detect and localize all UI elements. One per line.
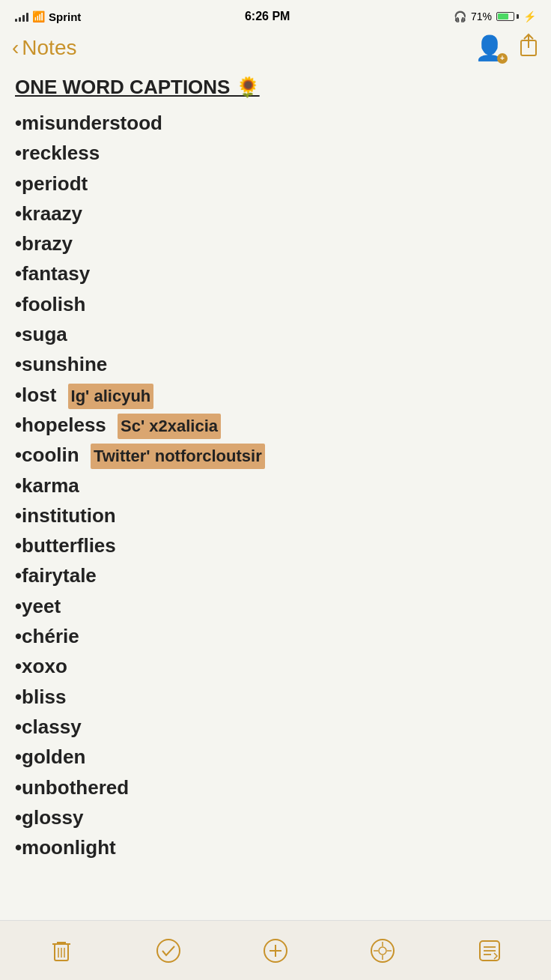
bolt-icon: ⚡ (523, 10, 536, 22)
list-item: •butterflies (15, 530, 536, 560)
list-item: •glossy (15, 802, 536, 832)
share-button[interactable] (518, 33, 539, 62)
list-item: •foolish (15, 289, 536, 319)
list-item: •reckless (15, 138, 536, 168)
list-item: •classy (15, 712, 536, 742)
list-item: •yeet (15, 591, 536, 621)
list-item: •xoxo (15, 651, 536, 681)
list-item: •fantasy (15, 258, 536, 288)
list-item: •institution (15, 500, 536, 530)
wifi-icon: 📶 (32, 10, 45, 22)
note-list: •misunderstood •reckless •periodt •kraaz… (15, 108, 536, 862)
list-item: •bliss (15, 682, 536, 712)
svg-point-15 (379, 947, 386, 955)
time-label: 6:26 PM (245, 10, 290, 23)
headphone-icon: 🎧 (454, 10, 466, 22)
list-item-hopeless: •hopeless Sc' x2xalicia (15, 410, 536, 440)
add-badge: + (497, 53, 508, 64)
status-right: 🎧 71% ⚡ (454, 10, 536, 22)
nav-bar: ‹ Notes 👤 + (0, 30, 551, 70)
battery-percent: 71% (471, 10, 492, 22)
list-item: •unbothered (15, 772, 536, 802)
search-icon (370, 938, 395, 964)
twitter-overlay: Twitter' notforcloutsir (91, 444, 265, 469)
list-item: •brazy (15, 229, 536, 258)
note-content: ONE WORD CAPTIONS 🌻 •misunderstood •reck… (0, 70, 551, 937)
nav-icons: 👤 + (475, 33, 539, 62)
list-item: •sunshine (15, 349, 536, 379)
edit-button[interactable] (467, 932, 512, 970)
sc-overlay: Sc' x2xalicia (118, 414, 221, 439)
battery-icon (496, 12, 519, 21)
list-item: •golden (15, 742, 536, 772)
list-item: •kraazy (15, 199, 536, 229)
edit-icon (478, 939, 502, 963)
share-icon (518, 33, 539, 57)
check-button[interactable] (146, 932, 191, 970)
toolbar (0, 920, 551, 980)
list-item: •periodt (15, 169, 536, 199)
status-bar: 📶 Sprint 6:26 PM 🎧 71% ⚡ (0, 0, 551, 30)
add-user-button[interactable]: 👤 + (475, 34, 505, 62)
list-item-coolin: •coolin Twitter' notforcloutsir (15, 440, 536, 470)
list-item: •fairytale (15, 560, 536, 590)
svg-point-10 (157, 940, 180, 962)
signal-icon (15, 11, 28, 22)
add-icon (263, 938, 288, 964)
carrier-label: Sprint (49, 10, 81, 23)
note-title: ONE WORD CAPTIONS 🌻 (15, 76, 536, 99)
list-item: •moonlight (15, 832, 536, 862)
delete-button[interactable] (39, 932, 84, 970)
back-button[interactable]: ‹ Notes (12, 36, 76, 60)
check-icon (156, 938, 181, 964)
list-item: •misunderstood (15, 108, 536, 138)
list-item: •karma (15, 471, 536, 500)
status-left: 📶 Sprint (15, 10, 81, 23)
ig-overlay: Ig' alicyuh (68, 384, 154, 409)
trash-icon (50, 938, 73, 964)
list-item-lost: •lost Ig' alicyuh (15, 380, 536, 410)
list-item: •suga (15, 319, 536, 349)
list-item: •chérie (15, 621, 536, 651)
back-label: Notes (22, 36, 76, 60)
search-button[interactable] (360, 932, 405, 970)
add-button[interactable] (253, 932, 298, 970)
